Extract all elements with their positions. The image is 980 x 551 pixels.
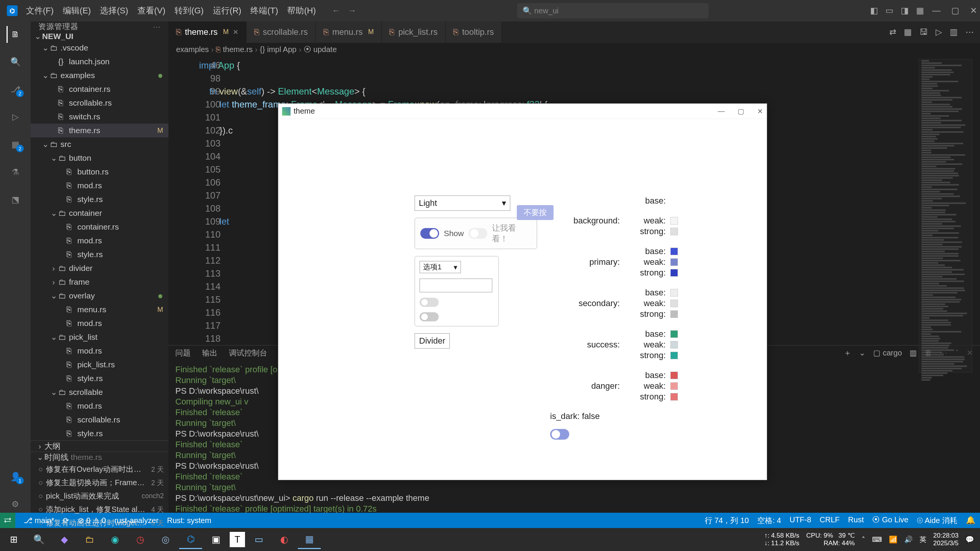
activity-extensions[interactable]: ▦2 (7, 136, 24, 153)
text-input[interactable] (420, 279, 492, 292)
taskbar-app1[interactable]: ◆ (53, 530, 76, 549)
timeline-item[interactable]: ○修复主题切换动画；Frame可以...2 天 (31, 476, 168, 489)
file-scrollable-rs[interactable]: ⎘scrollable.rs (31, 96, 168, 110)
tab-theme-rs[interactable]: ⎘theme.rsM✕ (168, 21, 247, 43)
file-launch-json[interactable]: {}launch.json (31, 55, 168, 68)
editor-compare-icon[interactable]: ⇄ (889, 27, 896, 37)
hint-switch[interactable] (469, 228, 487, 239)
theme-select[interactable]: Light ▾ (415, 196, 510, 211)
menu-selection[interactable]: 选择(S) (95, 5, 132, 16)
outline-section[interactable]: 大纲 (31, 440, 168, 452)
bc-0[interactable]: examples (176, 45, 209, 54)
explorer-more-icon[interactable]: ⋯ (153, 22, 161, 31)
small-switch-1[interactable] (420, 298, 439, 307)
tab-tooltip-rs[interactable]: ⎘tooltip.rs (446, 21, 502, 43)
panel-debug[interactable]: 调试控制台 (229, 348, 267, 358)
bc-3[interactable]: ⦿ update (304, 45, 337, 54)
activity-settings[interactable]: ⚙ (7, 496, 24, 513)
tray-up-icon[interactable]: ˄ (862, 535, 865, 544)
git-branch[interactable]: ⎇ main* (24, 516, 54, 525)
taskbar-explorer[interactable]: 🗀 (78, 530, 101, 549)
tray-net[interactable]: ↑: 4.58 KB/s ↓: 11.2 KB/s (764, 532, 799, 547)
panel-new-icon[interactable]: ＋ (844, 348, 851, 358)
file-button-rs[interactable]: ⎘button.rs (31, 165, 168, 179)
divider-button[interactable]: Divider (415, 333, 450, 349)
status-encoding[interactable]: UTF-8 (789, 515, 811, 526)
taskbar-search[interactable]: 🔍 (28, 530, 51, 549)
timeline-item[interactable]: ○pick_list动画效果完成conch2 (31, 489, 168, 503)
taskbar-terminal[interactable]: ▣ (204, 530, 227, 549)
nav-forward-icon[interactable]: → (348, 6, 356, 16)
activity-search[interactable]: 🔍 (7, 54, 24, 70)
status-aide[interactable]: ⦾ Aide 消耗 (917, 515, 957, 526)
editor-run-icon[interactable]: ▷ (936, 27, 942, 37)
panel-left-icon[interactable]: ◧ (869, 6, 879, 15)
folder-root[interactable]: NEW_UI (31, 32, 168, 41)
tab-menu-rs[interactable]: ⎘menu.rsM (316, 21, 382, 43)
file-style-rs[interactable]: ⎘style.rs (31, 192, 168, 206)
file-scrollable-rs[interactable]: ⎘scrollable.rs (31, 413, 168, 427)
show-switch[interactable] (420, 228, 439, 239)
status-lang[interactable]: Rust (848, 515, 864, 526)
status-golive[interactable]: ⦿ Go Live (872, 515, 908, 526)
tray-ime[interactable]: 英 (920, 535, 926, 544)
activity-testing[interactable]: ⚗ (7, 164, 24, 181)
status-problems[interactable]: ⊘ 0 ⚠ 0 (78, 516, 106, 525)
tab-pick_list-rs[interactable]: ⎘pick_list.rs (382, 21, 446, 43)
folder-scrollable[interactable]: 🗀scrollable (31, 385, 168, 399)
taskbar-vscode[interactable]: ⌬ (179, 530, 202, 549)
status-rust-system[interactable]: Rust: system (167, 516, 211, 525)
menu-run[interactable]: 运行(R) (208, 5, 246, 16)
status-eol[interactable]: CRLF (820, 515, 840, 526)
menu-go[interactable]: 转到(G) (170, 5, 208, 16)
small-switch-2[interactable] (420, 312, 439, 321)
activity-scm[interactable]: ⎇2 (7, 81, 24, 98)
file-switch-rs[interactable]: ⎘switch.rs (31, 110, 168, 124)
maximize-icon[interactable]: ▢ (951, 6, 959, 16)
taskbar-theme-app[interactable]: ▦ (298, 530, 321, 549)
menu-help[interactable]: 帮助(H) (283, 5, 320, 16)
git-sync[interactable]: ⟳ (63, 516, 69, 525)
activity-account[interactable]: 👤1 (7, 468, 24, 485)
file-mod-rs[interactable]: ⎘mod.rs (31, 399, 168, 413)
folder-button[interactable]: 🗀button (31, 151, 168, 165)
bc-1[interactable]: theme.rs (223, 45, 253, 54)
timeline-item[interactable]: ○添加pick_list，修复State alpha..4 天 (31, 503, 168, 516)
menu-terminal[interactable]: 终端(T) (246, 5, 283, 16)
file-style-rs[interactable]: ⎘style.rs (31, 372, 168, 385)
editor-split-icon[interactable]: ▥ (950, 27, 958, 37)
tray-keyboard-icon[interactable]: ⌨ (872, 535, 882, 544)
app-maximize-icon[interactable]: ▢ (738, 107, 744, 116)
taskbar-app3[interactable]: ◐ (273, 530, 296, 549)
taskbar-steam[interactable]: ◎ (154, 530, 177, 549)
folder-pick_list[interactable]: 🗀pick_list (31, 330, 168, 344)
file-style-rs[interactable]: ⎘style.rs (31, 248, 168, 261)
folder-container[interactable]: 🗀container (31, 206, 168, 220)
tray-notifications-icon[interactable]: 💬 (965, 535, 974, 544)
file-pick_list-rs[interactable]: ⎘pick_list.rs (31, 358, 168, 372)
file-style-rs[interactable]: ⎘style.rs (31, 427, 168, 440)
tray-wifi-icon[interactable]: 📶 (889, 535, 897, 544)
tray-clock[interactable]: 20:28:03 2025/3/5 (933, 532, 959, 547)
file-menu-rs[interactable]: ⎘menu.rsM (31, 303, 168, 316)
folder-frame[interactable]: 🗀frame (31, 275, 168, 289)
nav-back-icon[interactable]: ← (332, 6, 340, 16)
file-container-rs[interactable]: ⎘container.rs (31, 220, 168, 234)
file-container-rs[interactable]: ⎘container.rs (31, 82, 168, 96)
panel-bottom-icon[interactable]: ▭ (885, 6, 894, 15)
tab-scrollable-rs[interactable]: ⎘scrollable.rs (247, 21, 316, 43)
taskbar-app2[interactable]: ▭ (247, 530, 270, 549)
file-mod-rs[interactable]: ⎘mod.rs (31, 234, 168, 248)
panel-problems[interactable]: 问题 (175, 348, 191, 358)
folder-overlay[interactable]: 🗀overlay● (31, 289, 168, 303)
tray-cpu[interactable]: CPU: 9% 39 ℃ RAM: 44% (806, 532, 855, 547)
file-mod-rs[interactable]: ⎘mod.rs (31, 179, 168, 192)
timeline-section[interactable]: 时间线 theme.rs (31, 452, 168, 463)
status-bell-icon[interactable]: 🔔 (966, 515, 975, 526)
file-theme-rs[interactable]: ⎘theme.rsM (31, 124, 168, 137)
command-center[interactable]: 🔍 new_ui (517, 3, 709, 18)
folder-divider[interactable]: 🗀divider (31, 261, 168, 275)
folder-examples[interactable]: 🗀examples● (31, 68, 168, 82)
remote-indicator[interactable]: ⮂ (0, 513, 15, 528)
taskbar-edge[interactable]: ◉ (103, 530, 126, 549)
